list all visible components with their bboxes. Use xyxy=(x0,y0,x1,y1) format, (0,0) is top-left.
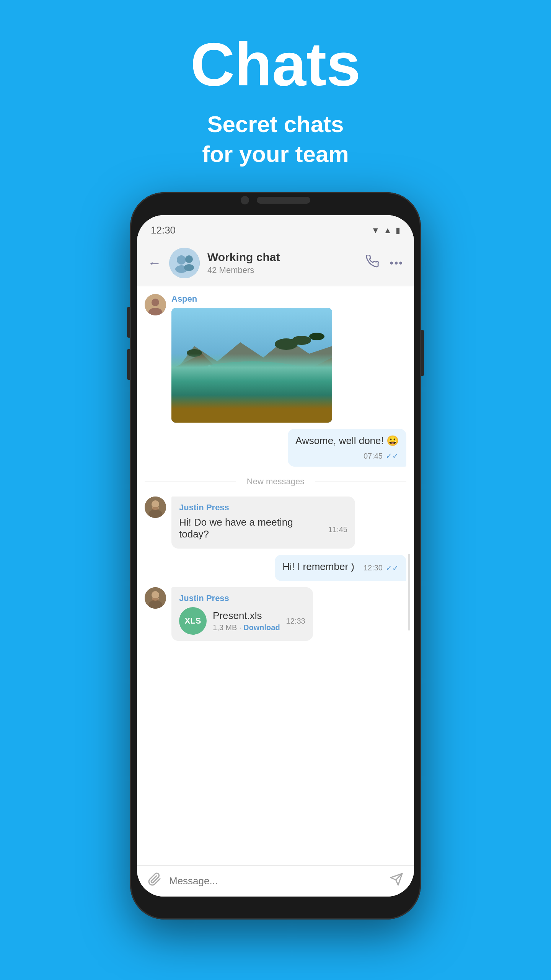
header-actions: ••• xyxy=(366,255,403,271)
photo-content xyxy=(171,308,332,423)
svg-point-17 xyxy=(309,333,324,340)
message-meta: 07:45 ✓✓ xyxy=(295,451,399,461)
landscape-image[interactable] xyxy=(171,308,332,423)
status-time: 12:30 xyxy=(151,224,176,236)
scroll-indicator xyxy=(408,554,410,630)
message-row: Aspen xyxy=(145,294,406,423)
avatar-justin xyxy=(145,497,166,518)
messages-area[interactable]: Aspen xyxy=(137,286,414,865)
justin-message-time: 11:45 xyxy=(328,525,347,534)
svg-marker-11 xyxy=(286,358,332,423)
input-bar xyxy=(137,865,414,897)
signal-icon: ▲ xyxy=(383,225,392,235)
phone-mockup: 12:30 ▼ ▲ ▮ ← Working chat 42 xyxy=(130,192,421,920)
status-bar: 12:30 ▼ ▲ ▮ xyxy=(137,215,414,240)
svg-point-4 xyxy=(184,264,194,271)
battery-icon: ▮ xyxy=(396,225,400,235)
status-icons: ▼ ▲ ▮ xyxy=(371,225,400,235)
volume-button-down xyxy=(127,349,130,380)
send-button[interactable] xyxy=(390,872,403,890)
svg-point-14 xyxy=(202,388,294,411)
call-icon[interactable] xyxy=(366,255,379,271)
message-text: Awsome, well done! 😀 xyxy=(295,435,399,447)
sender-name-justin1: Justin Press xyxy=(179,503,347,513)
justin-message-text: Hi! Do we have a meeting today? xyxy=(179,516,322,540)
reply-time: 12:30 xyxy=(364,564,383,572)
file-info: Present.xls 1,3 MB · Download xyxy=(213,610,280,632)
message-row-justin1: Justin Press Hi! Do we have a meeting to… xyxy=(145,497,406,549)
more-options-icon[interactable]: ••• xyxy=(390,257,403,269)
justin-message-bubble: Justin Press Hi! Do we have a meeting to… xyxy=(171,497,355,549)
file-download-link[interactable]: Download xyxy=(243,623,280,632)
svg-point-18 xyxy=(187,349,202,357)
camera-dot xyxy=(241,196,249,204)
file-meta: 1,3 MB · Download xyxy=(213,623,280,632)
chat-header: ← Working chat 42 Members xyxy=(137,240,414,286)
svg-marker-10 xyxy=(171,354,225,423)
svg-point-20 xyxy=(217,379,279,386)
back-button[interactable]: ← xyxy=(148,255,161,271)
xls-icon: XLS xyxy=(179,607,207,635)
hero-title: Chats xyxy=(191,31,361,98)
svg-point-3 xyxy=(185,255,193,263)
sender-name-aspen: Aspen xyxy=(171,294,332,304)
message-row-outgoing2: Hi! I remember ) 12:30 ✓✓ xyxy=(145,555,406,581)
avatar-justin2 xyxy=(145,587,166,609)
speaker-bar xyxy=(257,197,310,204)
attach-button[interactable] xyxy=(148,872,161,890)
svg-rect-19 xyxy=(208,365,211,384)
phone-screen: 12:30 ▼ ▲ ▮ ← Working chat 42 xyxy=(137,215,414,897)
svg-point-1 xyxy=(177,255,186,265)
file-name: Present.xls xyxy=(213,610,280,622)
svg-point-6 xyxy=(152,299,159,306)
avatar-aspen xyxy=(145,294,166,315)
outgoing-bubble2: Hi! I remember ) 12:30 ✓✓ xyxy=(275,555,406,581)
svg-rect-30 xyxy=(152,598,158,601)
chat-info: Working chat 42 Members xyxy=(207,251,366,275)
reply-meta: 12:30 ✓✓ xyxy=(364,564,399,573)
svg-rect-25 xyxy=(152,507,158,510)
power-button xyxy=(421,330,424,376)
file-size: 1,3 MB xyxy=(213,623,237,632)
reply-text: Hi! I remember ) xyxy=(282,561,354,573)
read-receipt-icon: ✓✓ xyxy=(386,451,399,461)
message-row-outgoing: Awsome, well done! 😀 07:45 ✓✓ xyxy=(145,429,406,467)
message-input[interactable] xyxy=(169,875,382,887)
hero-section: Chats Secret chats for your team xyxy=(191,0,361,169)
wifi-icon: ▼ xyxy=(371,225,380,235)
volume-button-up xyxy=(127,307,130,338)
svg-rect-13 xyxy=(202,379,302,405)
new-messages-divider: New messages xyxy=(145,473,406,490)
phone-notch xyxy=(241,196,310,204)
message-time: 07:45 xyxy=(364,452,383,461)
file-time: 12:33 xyxy=(286,617,305,626)
chat-name: Working chat xyxy=(207,251,366,264)
chat-members: 42 Members xyxy=(207,265,366,275)
sender-name-justin2: Justin Press xyxy=(179,593,305,603)
svg-point-16 xyxy=(292,336,311,345)
reply-read-icon: ✓✓ xyxy=(386,564,399,573)
incoming-image-bubble: Aspen xyxy=(171,294,332,423)
svg-point-12 xyxy=(175,361,328,407)
message-row-file: Justin Press XLS Present.xls 1,3 MB · Do… xyxy=(145,587,406,641)
hero-subtitle: Secret chats for your team xyxy=(191,109,361,169)
chat-avatar[interactable] xyxy=(169,248,200,278)
outgoing-bubble: Awsome, well done! 😀 07:45 ✓✓ xyxy=(288,429,406,467)
svg-rect-8 xyxy=(171,308,332,423)
file-message-bubble: Justin Press XLS Present.xls 1,3 MB · Do… xyxy=(171,587,313,641)
